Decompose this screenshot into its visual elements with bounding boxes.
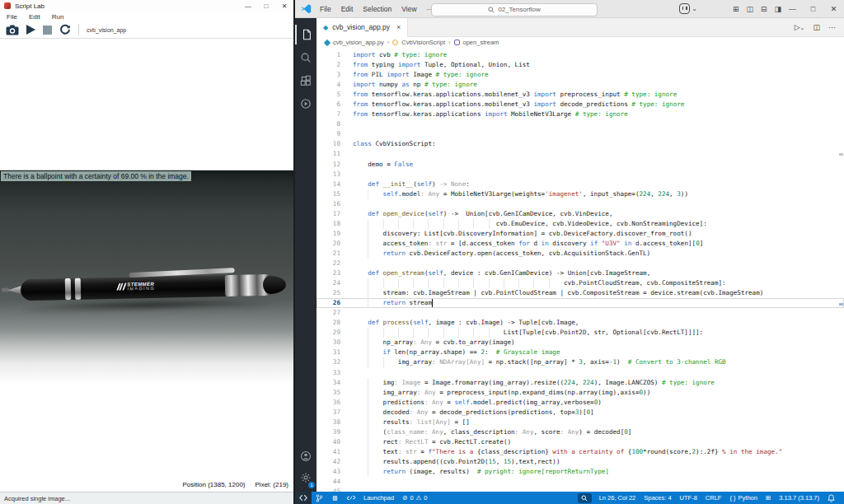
code-line[interactable]: 37 decoded: Any = decode_predictions(pre… [316, 408, 844, 418]
code-line[interactable]: 7from tensorflow.keras.applications impo… [316, 110, 844, 119]
line-number[interactable]: 1 [316, 50, 353, 60]
code-text[interactable]: from typing import Tuple, Optional, Unio… [353, 60, 844, 70]
line-number[interactable]: 21 [316, 249, 353, 259]
code-text[interactable]: class CvbVisionScript: [353, 139, 844, 149]
breadcrumb-method[interactable]: open_stream [463, 39, 499, 46]
line-number[interactable]: 42 [316, 457, 353, 467]
stop-script-icon[interactable] [43, 26, 52, 35]
code-line[interactable]: 38 results: list[Any] = [] [316, 418, 844, 427]
menu-file[interactable]: File [7, 13, 17, 21]
code-line[interactable]: 1import cvb # type: ignore [316, 50, 844, 60]
line-number[interactable]: 30 [316, 338, 353, 348]
line-number[interactable]: 35 [316, 388, 353, 398]
code-text[interactable]: img_array: Any = preprocess_input(np.exp… [353, 388, 844, 398]
line-number[interactable]: 18 [316, 219, 353, 229]
code-text[interactable]: return cvb.DeviceFactory.open(access_tok… [353, 249, 844, 259]
code-text[interactable]: decoded: Any = decode_predictions(predic… [353, 408, 844, 418]
more-actions-icon[interactable]: ··· [828, 23, 836, 31]
code-line[interactable]: 25 stream: cvb.ImageStream | cvb.PointCl… [316, 288, 844, 298]
line-number[interactable]: 26 [316, 298, 353, 308]
line-number[interactable]: 17 [316, 209, 353, 219]
line-number[interactable]: 16 [316, 199, 353, 209]
line-number[interactable]: 41 [316, 447, 353, 457]
launchpad-item[interactable]: Launchpad [363, 494, 394, 502]
line-number[interactable]: 11 [316, 149, 353, 159]
problems-item[interactable]: ⊘0 ⚠0 [402, 494, 427, 502]
tab-close-icon[interactable]: × [396, 23, 401, 31]
code-line[interactable]: 32 img_array: NDArray[Any] = np.stack([n… [316, 357, 844, 367]
code-line[interactable]: 17 def open_device(self) -> Union[cvb.Ge… [316, 209, 844, 219]
line-number[interactable]: 14 [316, 180, 353, 189]
code-line[interactable]: 35 img_array: Any = preprocess_input(np.… [316, 388, 844, 398]
code-line[interactable]: 11 [316, 149, 844, 159]
search-icon[interactable] [295, 48, 316, 68]
code-line[interactable]: 42 results.append((cvb.Point2D(15, 15),t… [316, 457, 844, 467]
toggle-panel-icon[interactable]: ⊟ [761, 5, 767, 13]
code-text[interactable]: cvb.EmuDevice, cvb.VideoDevice, cvb.NonS… [353, 219, 844, 229]
code-text[interactable]: results.append((cvb.Point2D(15, 15),text… [353, 457, 844, 467]
command-center-search[interactable]: 02_Tensorflow [431, 3, 598, 16]
code-text[interactable]: self.model: Any = MobileNetV3Large(weigh… [353, 189, 844, 199]
code-line[interactable]: 41 text: str = f"There is a {class_descr… [316, 447, 844, 457]
code-line[interactable]: 14 def __init__(self) -> None: [316, 180, 844, 189]
line-number[interactable]: 43 [316, 467, 353, 477]
line-number[interactable]: 27 [316, 308, 353, 318]
breadcrumb-class[interactable]: CvbVisionScript [401, 39, 445, 46]
code-text[interactable]: from tensorflow.keras.applications.mobil… [353, 100, 844, 110]
line-number[interactable]: 25 [316, 288, 353, 298]
line-number[interactable]: 23 [316, 268, 353, 278]
menu-run[interactable]: Run [52, 13, 64, 21]
code-text[interactable]: stream: cvb.ImageStream | cvb.PointCloud… [353, 288, 844, 298]
line-number[interactable]: 15 [316, 189, 353, 199]
line-number[interactable]: 2 [316, 60, 353, 70]
settings-gear-icon[interactable]: 1 [295, 468, 316, 488]
line-number[interactable]: 19 [316, 229, 353, 239]
code-line[interactable]: 24 cvb.PointCloudStream, cvb.CompositeSt… [316, 278, 844, 288]
code-text[interactable]: img_array: NDArray[Any] = np.stack([np_a… [353, 357, 844, 367]
snapshot-camera-icon[interactable] [6, 25, 19, 35]
code-text[interactable]: def open_stream(self, device : cvb.GenIC… [353, 268, 844, 278]
code-line[interactable]: 21 return cvb.DeviceFactory.open(access_… [316, 249, 844, 259]
code-line[interactable]: 9 [316, 129, 844, 139]
package-icon[interactable]: ⊞ [766, 494, 771, 502]
accounts-icon[interactable] [295, 446, 316, 466]
code-text[interactable]: rect: RectLT = cvb.RectLT.create() [353, 437, 844, 447]
menu-selection[interactable]: Selection [363, 5, 392, 13]
menu-view[interactable]: View [401, 5, 416, 13]
minimize-button[interactable]: — [782, 0, 803, 18]
code-text[interactable] [353, 199, 844, 209]
line-number[interactable]: 44 [316, 477, 353, 487]
code-line[interactable]: 13 [316, 170, 844, 180]
code-text[interactable]: np_array: Any = cvb.to_array(image) [353, 338, 844, 348]
debug-icon[interactable] [331, 494, 339, 502]
maximize-button[interactable]: □ [803, 0, 823, 18]
notifications-bell-icon[interactable] [828, 494, 835, 502]
breadcrumb-file[interactable]: cvb_vision_app.py [333, 39, 384, 46]
code-text[interactable]: (class_name: Any, class_description: Any… [353, 427, 844, 437]
script-selector[interactable]: cvb_vision_app [87, 27, 126, 33]
link-icon[interactable] [347, 494, 355, 502]
code-line[interactable]: 33 [316, 368, 844, 378]
code-line[interactable]: 4import numpy as np # type: ignore [316, 80, 844, 90]
line-number[interactable]: 4 [316, 80, 353, 90]
customize-layout-icon[interactable]: ⊞ [733, 5, 739, 13]
line-number[interactable]: 36 [316, 398, 353, 408]
split-editor-icon[interactable]: ◫ [813, 23, 820, 31]
close-button[interactable]: ✕ [275, 1, 293, 12]
code-text[interactable]: from PIL import Image # type: ignore [353, 70, 844, 80]
run-debug-icon[interactable] [295, 94, 316, 114]
code-text[interactable] [353, 259, 844, 268]
code-line[interactable]: 31 if len(np_array.shape) == 2: # Graysc… [316, 348, 844, 357]
code-text[interactable]: results: list[Any] = [] [353, 418, 844, 427]
tab-cvb-vision-app[interactable]: ◆ cvb_vision_app.py × [316, 18, 408, 37]
code-text[interactable] [353, 368, 844, 378]
run-script-icon[interactable] [26, 25, 35, 35]
code-text[interactable] [353, 308, 844, 318]
code-text[interactable]: text: str = f"There is a {class_descript… [353, 447, 844, 457]
code-text[interactable]: def open_device(self) -> Union[cvb.GenIC… [353, 209, 844, 219]
line-number[interactable]: 6 [316, 100, 353, 110]
code-line[interactable]: 3from PIL import Image # type: ignore [316, 70, 844, 80]
code-line[interactable]: 28 def process(self, image : cvb.Image) … [316, 318, 844, 328]
code-line[interactable]: 12 demo = False [316, 160, 844, 170]
line-number[interactable]: 7 [316, 110, 353, 119]
